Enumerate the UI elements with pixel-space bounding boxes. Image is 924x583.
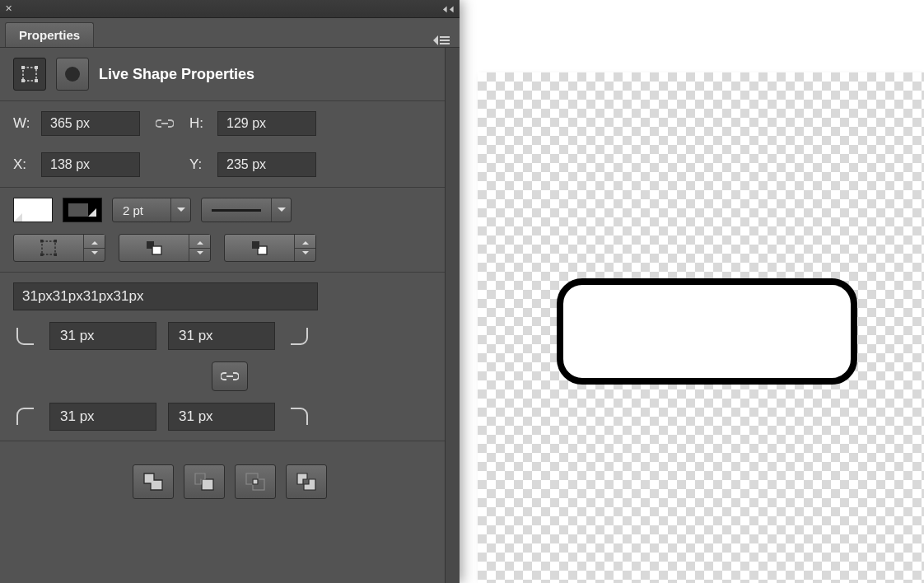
pathfinder-unite-button[interactable] [133, 464, 174, 499]
corner-br-icon [287, 404, 311, 429]
width-input[interactable]: 365 px [41, 111, 140, 136]
y-label: Y: [189, 156, 217, 173]
corner-tl-icon [13, 324, 38, 348]
svg-rect-10 [54, 240, 58, 243]
height-input[interactable]: 129 px [217, 111, 316, 136]
corner-bl-icon [13, 404, 38, 429]
stroke-weight-value: 2 pt [113, 203, 170, 217]
link-corners-button[interactable] [212, 361, 248, 391]
tab-label: Properties [19, 28, 80, 42]
svg-rect-9 [40, 240, 44, 243]
panel-title: Live Shape Properties [99, 66, 254, 83]
properties-panel: ✕ ◀◀ Properties [0, 0, 460, 583]
svg-rect-2 [440, 43, 450, 44]
svg-rect-11 [40, 254, 44, 257]
svg-rect-14 [152, 246, 161, 254]
svg-rect-8 [42, 241, 55, 254]
svg-rect-3 [23, 68, 36, 81]
tab-properties[interactable]: Properties [5, 22, 94, 47]
x-label: X: [13, 156, 41, 173]
svg-rect-6 [21, 79, 25, 82]
svg-rect-0 [440, 36, 450, 38]
stroke-align-stepper[interactable] [13, 234, 105, 262]
pathfinder-exclude-button[interactable] [286, 464, 327, 499]
x-input[interactable]: 138 px [41, 152, 140, 177]
mask-mode-icon[interactable] [56, 58, 89, 91]
pathfinder-subtract-button[interactable] [184, 464, 225, 499]
svg-rect-1 [440, 40, 450, 41]
stroke-style-select[interactable] [201, 198, 292, 222]
corner-tr-input[interactable]: 31 px [168, 322, 275, 350]
rounded-rectangle-shape[interactable] [557, 278, 857, 385]
stroke-swatch[interactable] [63, 198, 102, 222]
fill-swatch[interactable] [13, 198, 53, 222]
panel-tab-row: Properties [0, 18, 460, 48]
horizontal-align-stepper[interactable] [119, 234, 211, 262]
vertical-align-stepper[interactable] [224, 234, 316, 262]
corner-br-input[interactable]: 31 px [168, 403, 275, 431]
height-label: H: [189, 115, 217, 132]
panel-menu-icon[interactable] [430, 34, 453, 47]
corner-tl-input[interactable]: 31 px [49, 322, 156, 350]
canvas[interactable] [478, 72, 924, 583]
stroke-weight-select[interactable]: 2 pt [112, 198, 191, 222]
svg-rect-7 [35, 79, 38, 82]
svg-rect-5 [35, 66, 38, 69]
svg-rect-4 [21, 66, 25, 69]
close-icon[interactable]: ✕ [5, 4, 12, 13]
corner-bl-input[interactable]: 31 px [49, 403, 156, 431]
shape-mode-icon[interactable] [13, 58, 46, 91]
y-input[interactable]: 235 px [217, 152, 316, 177]
svg-rect-20 [253, 479, 258, 484]
svg-rect-12 [54, 254, 58, 257]
collapse-icon[interactable]: ◀◀ [441, 4, 455, 13]
link-wh-icon[interactable] [153, 114, 176, 133]
svg-rect-16 [252, 241, 259, 249]
pathfinder-intersect-button[interactable] [235, 464, 276, 499]
width-label: W: [13, 115, 41, 132]
corner-tr-icon [287, 324, 311, 348]
corner-radius-combined-input[interactable]: 31px31px31px31px [13, 282, 318, 310]
panel-scrollbar[interactable] [445, 48, 460, 583]
svg-rect-17 [202, 479, 213, 490]
panel-titlebar: ✕ ◀◀ [0, 0, 460, 18]
